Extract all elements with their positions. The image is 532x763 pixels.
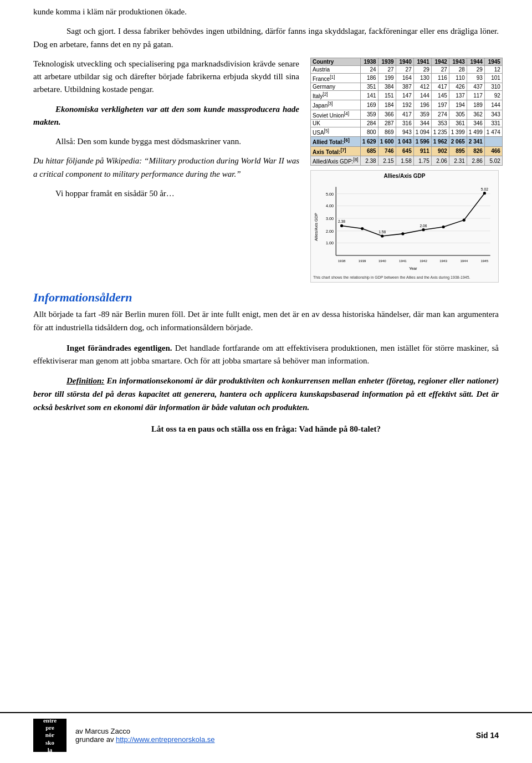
svg-text:1.58: 1.58 (378, 230, 386, 234)
col-1942: 1942 (431, 58, 449, 65)
row-allied-axis-gdp: Allied/Axis GDP:[8] 2.38 2.15 1.58 1.75 … (311, 156, 503, 166)
left-column: Teknologisk utveckling och specialiserin… (33, 58, 299, 283)
svg-text:3.00: 3.00 (326, 217, 334, 222)
svg-text:1.00: 1.00 (326, 241, 334, 246)
footer: entre pre nör sko la av Marcus Zacco gru… (0, 712, 532, 752)
paragraph-6: Du hittar följande på Wikipedia: “Milita… (33, 155, 299, 181)
content-area: kunde komma i kläm när produktionen ökad… (33, 0, 499, 436)
section-header-informationsaldern: Informationsåldern (33, 290, 499, 305)
svg-text:5.02: 5.02 (481, 187, 488, 191)
war-gdp-table: Country 1938 1939 1940 1941 1942 1943 19… (310, 58, 503, 166)
paragraph-5: Allså: Den som kunde bygga mest dödsmask… (33, 135, 299, 148)
paragraph-7: Vi hoppar framåt en sisådär 50 år… (33, 187, 299, 200)
svg-point-21 (381, 235, 383, 238)
p4-bold-italic: Ekonomiska verkligheten var att den som … (33, 105, 299, 126)
svg-point-20 (361, 227, 364, 230)
row-soviet: Soviet Union[4] 359 366 417 359 274 305 … (311, 110, 503, 119)
page-number: Sid 14 (476, 731, 499, 740)
chart-title: Allies/Axis GDP (313, 173, 496, 179)
paragraph-3: Teknologisk utveckling och specialiserin… (33, 58, 299, 96)
definition-label: Definition: (66, 376, 104, 385)
col-country: Country (311, 58, 361, 65)
svg-point-22 (401, 233, 404, 235)
paragraph-2: Sagt och gjort. I dessa fabriker behövde… (33, 25, 499, 51)
svg-text:Year: Year (409, 266, 417, 271)
footer-founder: grundare av http://www.entreprenorskola.… (75, 735, 476, 744)
svg-text:1939: 1939 (359, 259, 366, 263)
svg-text:4.00: 4.00 (326, 204, 334, 209)
closing-question: Låt oss ta en paus och ställa oss en frå… (151, 424, 381, 433)
col-1941: 1941 (413, 58, 431, 65)
row-germany: Germany 351 384 387 412 417 426 437 310 (311, 83, 503, 91)
row-france: France[1] 186 199 164 130 116 110 93 101 (311, 73, 503, 83)
chart-svg: Allies/Axis GDP 1.00 2.00 (313, 181, 496, 274)
col-1939: 1939 (378, 58, 396, 65)
paragraph-9: Inget förändrades egentligen. Det handla… (33, 342, 499, 368)
svg-point-25 (463, 219, 466, 222)
svg-text:2.06: 2.06 (420, 224, 427, 228)
paragraph-1: kunde komma i kläm när produktionen ökad… (33, 6, 499, 18)
two-column-section: Teknologisk utveckling och specialiserin… (33, 58, 499, 283)
chart-visualization: Allies/Axis GDP 1.00 2.00 (313, 181, 496, 273)
y-axis-label: Allies/Axis GDP (314, 213, 319, 241)
svg-text:1942: 1942 (420, 259, 427, 263)
row-axis-total: Axis Total:[7] 685 746 645 911 902 895 8… (311, 146, 503, 156)
svg-text:1940: 1940 (378, 259, 386, 263)
footer-website-link[interactable]: http://www.entreprenorskola.se (116, 735, 214, 744)
row-japan: Japan[3] 169 184 192 196 197 194 189 144 (311, 100, 503, 110)
informationsaldern-section: Informationsåldern Allt började ta fart … (33, 290, 499, 334)
p2-text: Sagt och gjort. I dessa fabriker behövde… (33, 27, 499, 48)
svg-text:2.00: 2.00 (326, 229, 334, 234)
svg-point-19 (340, 224, 343, 227)
svg-point-24 (442, 226, 445, 228)
row-usa: USA[5] 800 869 943 1 094 1 235 1 399 1 4… (311, 127, 503, 137)
col-1940: 1940 (396, 58, 413, 65)
allies-axis-chart: Allies/Axis GDP Allies/Axis GDP (310, 170, 499, 283)
right-column: Country 1938 1939 1940 1941 1942 1943 19… (310, 58, 499, 283)
svg-text:1938: 1938 (338, 259, 346, 263)
paragraph-4: Ekonomiska verkligheten var att den som … (33, 103, 299, 129)
col-1943: 1943 (449, 58, 467, 65)
svg-text:1945: 1945 (481, 259, 489, 263)
row-allied-total: Allied Total:[6] 1 629 1 600 1 043 1 596… (311, 137, 503, 146)
col-1938: 1938 (360, 58, 378, 65)
col-1944: 1944 (467, 58, 484, 65)
svg-text:5.00: 5.00 (326, 192, 334, 197)
svg-text:1943: 1943 (439, 259, 447, 263)
row-austria: Austria 24 27 27 29 27 28 29 12 (311, 65, 503, 73)
paragraph-8: Allt började ta fart -89 när Berlin mure… (33, 308, 499, 334)
svg-text:1944: 1944 (460, 259, 468, 263)
definition-block: Definition: En informationsekonomi är dä… (33, 374, 499, 414)
svg-point-23 (422, 228, 424, 231)
chart-note: This chart shows the relationship in GDP… (313, 275, 496, 280)
footer-author: av Marcus Zacco (75, 727, 476, 735)
page: kunde komma i kläm när produktionen ökad… (0, 0, 532, 763)
svg-point-26 (483, 192, 486, 194)
p9-bold-intro: Inget förändrades egentligen. (66, 344, 172, 352)
footer-text-block: av Marcus Zacco grundare av http://www.e… (75, 727, 476, 744)
footer-logo: entre pre nör sko la (33, 719, 66, 752)
col-1945: 1945 (484, 58, 502, 65)
svg-text:1941: 1941 (399, 259, 407, 263)
row-italy: Italy[2] 141 151 147 144 145 137 117 92 (311, 91, 503, 100)
row-uk: UK 284 287 316 344 353 361 346 331 (311, 120, 503, 127)
svg-text:2.38: 2.38 (338, 220, 345, 224)
